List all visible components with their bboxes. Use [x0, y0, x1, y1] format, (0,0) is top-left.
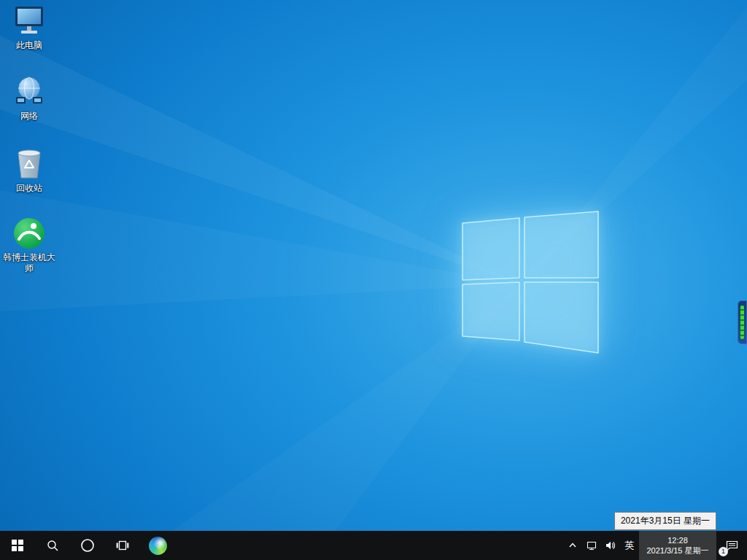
search-icon [47, 540, 59, 552]
desktop-icon-hanboshi[interactable]: 韩博士装机大师 [1, 217, 57, 276]
windows-desktop: 此电脑 网络 [0, 0, 747, 560]
network-tray-button[interactable] [582, 531, 601, 560]
recycle-bin-icon [12, 146, 47, 181]
taskbar: 英 12:28 2021/3/15 星期一 1 [0, 531, 747, 560]
notification-badge: 1 [719, 547, 728, 556]
speaker-icon [605, 540, 616, 551]
hanboshi-icon [12, 217, 46, 250]
desktop-icon-label: 此电脑 [16, 40, 42, 51]
edge-browser-icon [149, 537, 167, 555]
edge-widget-level-bar [740, 306, 744, 339]
desktop-icon-list: 此电脑 网络 [1, 4, 57, 287]
light-rays [0, 0, 747, 560]
screen-edge-widget[interactable] [738, 300, 747, 344]
cortana-icon [80, 538, 95, 553]
taskbar-clock[interactable]: 12:28 2021/3/15 星期一 [639, 531, 716, 560]
chevron-up-icon [568, 540, 578, 551]
windows-logo-wallpaper [461, 211, 600, 354]
desktop-icon-network[interactable]: 网络 [1, 75, 57, 135]
desktop-icon-label: 网络 [20, 111, 38, 122]
volume-tray-button[interactable] [601, 531, 620, 560]
desktop-icon-label: 回收站 [16, 183, 42, 194]
this-pc-icon [12, 4, 47, 38]
task-view-icon [116, 539, 129, 552]
windows-start-icon [12, 540, 23, 551]
cortana-button[interactable] [70, 531, 105, 560]
search-button[interactable] [35, 531, 70, 560]
network-icon [12, 75, 47, 109]
start-button[interactable] [0, 531, 35, 560]
edge-browser-button[interactable] [140, 531, 175, 560]
input-method-indicator[interactable]: 英 [620, 531, 639, 560]
desktop-icon-this-pc[interactable]: 此电脑 [1, 4, 57, 64]
desktop-icon-recycle-bin[interactable]: 回收站 [1, 146, 57, 206]
network-status-icon [586, 540, 597, 551]
clock-date: 2021/3/15 星期一 [647, 545, 709, 556]
system-tray: 英 12:28 2021/3/15 星期一 1 [563, 531, 747, 560]
wallpaper [0, 0, 747, 560]
task-view-button[interactable] [105, 531, 140, 560]
show-hidden-icons-button[interactable] [563, 531, 582, 560]
date-tooltip: 2021年3月15日 星期一 [614, 512, 716, 530]
desktop-icon-label: 韩博士装机大师 [1, 252, 57, 274]
clock-time: 12:28 [667, 535, 688, 545]
action-center-button[interactable]: 1 [716, 531, 747, 560]
